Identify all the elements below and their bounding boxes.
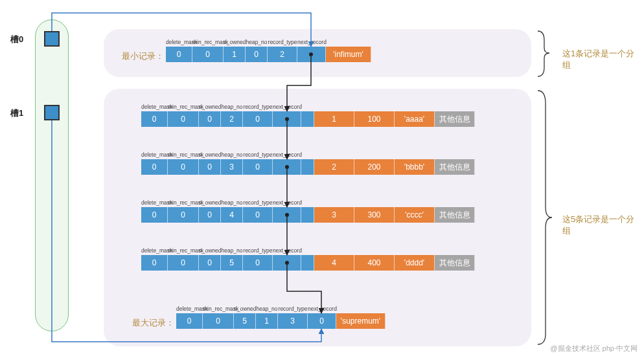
row2: 0 0 0 3 0 2 200 'bbbb' 其他信息 xyxy=(141,159,475,175)
row3-headers: delete_maskmin_rec_maskn_ownedheap_norec… xyxy=(141,199,301,206)
watermark: @掘金技术社区 php·中文网 xyxy=(550,344,638,353)
row1-headers: delete_maskmin_rec_maskn_ownedheap_norec… xyxy=(141,104,301,110)
row2-headers: delete_maskmin_rec_maskn_ownedheap_norec… xyxy=(141,151,301,158)
slot-column xyxy=(35,19,69,331)
slot0-box xyxy=(44,31,60,47)
slot1-label: 槽1 xyxy=(10,107,23,119)
min-record-row: 0 0 1 0 2 'infimum' xyxy=(166,47,371,62)
row3: 0 0 0 4 0 3 300 'cccc' 其他信息 xyxy=(141,207,475,223)
group0-note: 这1条记录是一个分组 xyxy=(562,48,640,71)
max-record-row: 0 0 5 1 3 0 'supremum' xyxy=(176,313,385,329)
group1-note: 这5条记录是一个分组 xyxy=(562,214,640,237)
slot0-label: 槽0 xyxy=(10,34,23,45)
row4: 0 0 0 5 0 4 400 'dddd' 其他信息 xyxy=(141,255,475,271)
min-record-label: 最小记录： xyxy=(122,50,164,62)
slot1-box xyxy=(44,105,60,120)
row1: 0 0 0 2 0 1 100 'aaaa' 其他信息 xyxy=(141,111,475,127)
row4-headers: delete_maskmin_rec_maskn_ownedheap_norec… xyxy=(141,247,301,254)
max-record-label: 最大记录： xyxy=(132,317,174,329)
min-record-headers: delete_maskmin_rec_maskn_ownedheap_norec… xyxy=(166,39,326,45)
max-record-headers: delete_maskmin_rec_maskn_ownedheap_norec… xyxy=(176,306,336,312)
